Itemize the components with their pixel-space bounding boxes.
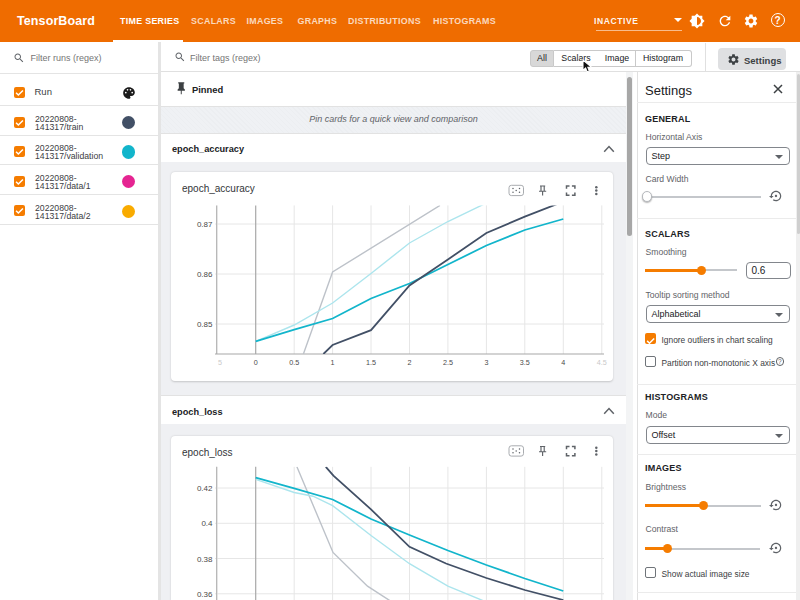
svg-text:4: 4 xyxy=(561,358,565,367)
svg-text:0.86: 0.86 xyxy=(197,270,213,279)
svg-text:3.5: 3.5 xyxy=(520,358,530,367)
svg-text:5: 5 xyxy=(218,358,222,367)
svg-text:0.42: 0.42 xyxy=(197,484,213,493)
svg-text:0.38: 0.38 xyxy=(197,555,213,564)
svg-text:0.36: 0.36 xyxy=(197,590,213,599)
svg-text:4.5: 4.5 xyxy=(597,358,607,367)
svg-text:2: 2 xyxy=(408,358,412,367)
svg-text:1: 1 xyxy=(331,358,335,367)
svg-text:epoch_loss: epoch_loss xyxy=(182,447,233,458)
svg-text:0.5: 0.5 xyxy=(289,358,299,367)
svg-text:epoch_accuracy: epoch_accuracy xyxy=(182,183,255,194)
svg-text:1.5: 1.5 xyxy=(366,358,376,367)
svg-text:0.4: 0.4 xyxy=(201,519,213,528)
svg-text:0.85: 0.85 xyxy=(197,320,213,329)
svg-text:2.5: 2.5 xyxy=(443,358,453,367)
svg-text:0: 0 xyxy=(254,358,258,367)
svg-text:0.87: 0.87 xyxy=(197,220,213,229)
svg-text:3: 3 xyxy=(484,358,488,367)
